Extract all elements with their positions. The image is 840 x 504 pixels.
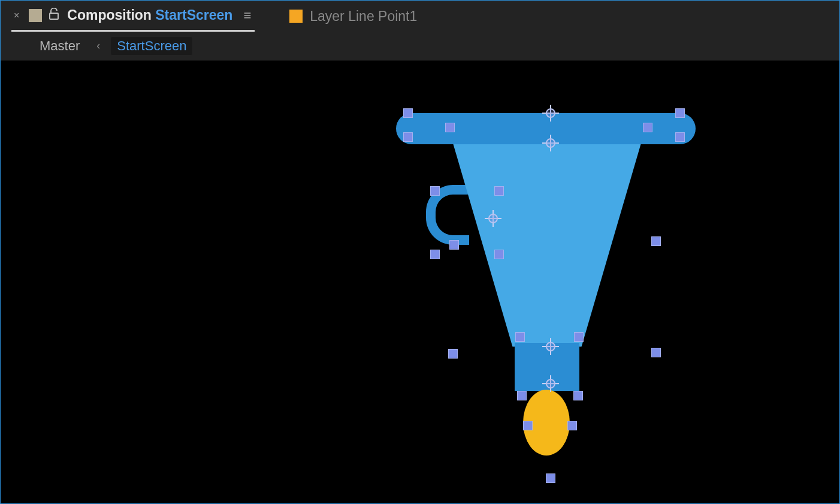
selection-handle[interactable] [403, 108, 413, 118]
unlock-icon[interactable] [49, 8, 60, 23]
selection-handle[interactable] [675, 132, 685, 142]
selection-handle[interactable] [403, 132, 413, 142]
selection-handle[interactable] [430, 250, 440, 259]
selection-handle[interactable] [494, 186, 504, 196]
tab-prefix: Layer [310, 8, 345, 24]
tab-composition[interactable]: × Composition StartScreen ≡ [11, 1, 255, 32]
svg-rect-0 [50, 13, 58, 19]
anchor-point[interactable] [543, 106, 558, 120]
tab-swatch [29, 9, 42, 22]
breadcrumb-current[interactable]: StartScreen [111, 37, 192, 55]
breadcrumbs: Master ‹ StartScreen [1, 32, 839, 60]
tab-layer[interactable]: Layer Line Point1 [289, 1, 417, 32]
anchor-point[interactable] [543, 136, 558, 150]
panel-menu-icon[interactable]: ≡ [240, 8, 255, 23]
selection-handle[interactable] [515, 332, 525, 342]
selection-handle[interactable] [448, 349, 458, 359]
selection-handle[interactable] [574, 332, 584, 342]
selection-handle[interactable] [430, 186, 440, 196]
selection-handle[interactable] [546, 473, 555, 483]
selection-handle[interactable] [517, 391, 527, 400]
chevron-left-icon: ‹ [96, 40, 100, 52]
anchor-point[interactable] [543, 377, 558, 391]
anchor-point[interactable] [543, 339, 558, 354]
composition-panel: × Composition StartScreen ≡ Layer Line P… [0, 0, 840, 504]
panel-tabs-row: × Composition StartScreen ≡ Layer Line P… [1, 1, 839, 32]
selection-handle[interactable] [651, 236, 661, 246]
trophy-body-shape[interactable] [451, 137, 643, 347]
tab-name: StartScreen [155, 7, 232, 23]
selection-handle[interactable] [523, 421, 533, 430]
composition-viewport[interactable] [1, 60, 839, 503]
selection-handle[interactable] [643, 123, 652, 132]
breadcrumb-parent[interactable]: Master [34, 37, 86, 55]
selection-handle[interactable] [494, 250, 504, 259]
selection-handle[interactable] [445, 123, 455, 132]
anchor-point[interactable] [486, 211, 500, 226]
tab-title: Layer Line Point1 [310, 8, 417, 25]
tab-title: Composition StartScreen [67, 7, 232, 23]
tab-name: Line Point1 [348, 8, 417, 24]
tab-swatch [289, 10, 303, 23]
selection-handle[interactable] [675, 108, 685, 118]
selection-handle[interactable] [449, 240, 459, 250]
close-icon[interactable]: × [11, 10, 22, 21]
selection-handle[interactable] [651, 348, 661, 357]
tab-prefix: Composition [67, 7, 152, 23]
selection-handle[interactable] [567, 421, 577, 430]
selection-handle[interactable] [573, 391, 583, 400]
